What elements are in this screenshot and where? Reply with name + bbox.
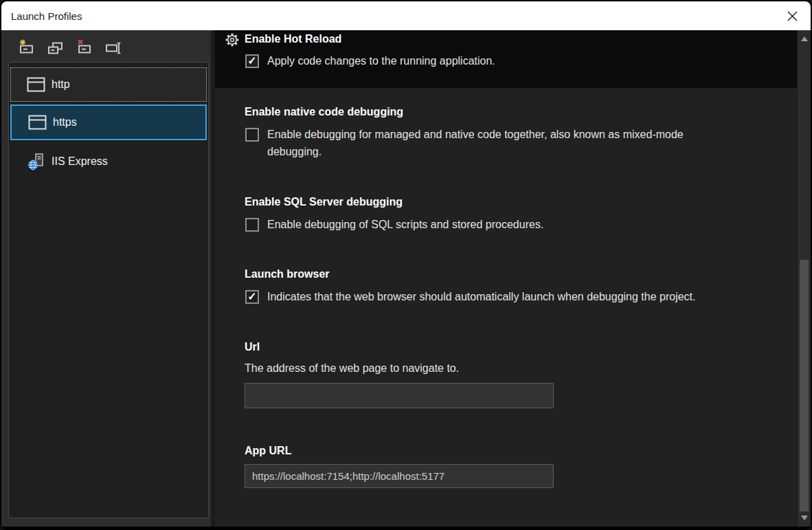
browser-window-icon xyxy=(28,115,47,130)
profile-list: http https xyxy=(8,62,209,518)
native-code-heading: Enable native code debugging xyxy=(245,104,403,120)
native-code-checkbox[interactable] xyxy=(245,128,259,142)
close-icon xyxy=(787,10,798,22)
delete-profile-button[interactable] xyxy=(76,38,93,56)
profiles-toolbar xyxy=(18,38,122,58)
app-url-input[interactable] xyxy=(245,464,554,488)
settings-panel: Enable Hot Reload ✓ Apply code changes t… xyxy=(215,30,797,527)
hot-reload-checkbox[interactable]: ✓ xyxy=(245,54,259,68)
sql-server-heading: Enable SQL Server debugging xyxy=(245,195,403,210)
scroll-up-button[interactable] xyxy=(798,33,811,45)
url-description: The address of the web page to navigate … xyxy=(245,360,459,377)
section-hot-reload: Enable Hot Reload ✓ Apply code changes t… xyxy=(215,30,797,88)
browser-window-icon xyxy=(27,77,45,92)
hot-reload-checkbox-row: ✓ Apply code changes to the running appl… xyxy=(245,52,495,69)
native-code-checkbox-row: Enable debugging for managed and native … xyxy=(245,126,707,160)
sql-server-checkbox-label: Enable debugging of SQL scripts and stor… xyxy=(267,216,543,233)
url-input[interactable] xyxy=(245,383,554,408)
profile-label: http xyxy=(52,78,70,91)
native-code-checkbox-label: Enable debugging for managed and native … xyxy=(267,126,707,160)
sql-server-checkbox[interactable] xyxy=(245,218,259,232)
profile-item-iis-express[interactable]: IIS Express xyxy=(10,144,207,179)
launch-profiles-dialog: Launch Profiles xyxy=(0,0,812,530)
launch-browser-checkbox[interactable]: ✓ xyxy=(245,290,259,304)
profile-label: https xyxy=(53,116,77,129)
app-url-heading: App URL xyxy=(245,443,291,459)
title-bar: Launch Profiles xyxy=(1,1,811,30)
close-button[interactable] xyxy=(780,4,804,27)
vertical-scrollbar[interactable] xyxy=(798,30,811,527)
sql-server-checkbox-row: Enable debugging of SQL scripts and stor… xyxy=(245,216,543,233)
launch-browser-checkbox-row: ✓ Indicates that the web browser should … xyxy=(245,288,696,305)
hot-reload-checkbox-label: Apply code changes to the running applic… xyxy=(267,52,495,69)
new-profile-icon xyxy=(18,38,36,56)
launch-browser-checkbox-label: Indicates that the web browser should au… xyxy=(267,288,696,305)
rename-profile-icon xyxy=(104,38,122,56)
profile-label: IIS Express xyxy=(52,155,108,168)
delete-profile-icon xyxy=(76,38,93,56)
hot-reload-heading: Enable Hot Reload xyxy=(245,32,341,47)
launch-browser-heading: Launch browser xyxy=(245,267,330,282)
profile-item-https[interactable]: https xyxy=(10,104,207,140)
scroll-down-button[interactable] xyxy=(798,512,811,524)
scroll-down-icon xyxy=(801,516,808,520)
duplicate-profile-button[interactable] xyxy=(47,38,65,56)
profiles-sidebar: http https xyxy=(1,30,211,527)
new-profile-button[interactable] xyxy=(18,38,36,56)
dialog-body: http https xyxy=(1,30,811,527)
iis-express-icon xyxy=(27,153,45,171)
url-heading: Url xyxy=(245,340,260,355)
profile-item-http[interactable]: http xyxy=(10,67,207,102)
duplicate-profile-icon xyxy=(47,38,65,56)
scroll-up-icon xyxy=(801,36,808,41)
dialog-title: Launch Profiles xyxy=(11,10,82,22)
rename-profile-button[interactable] xyxy=(104,38,122,56)
scrollbar-thumb[interactable] xyxy=(800,260,809,511)
gear-icon xyxy=(225,32,240,47)
